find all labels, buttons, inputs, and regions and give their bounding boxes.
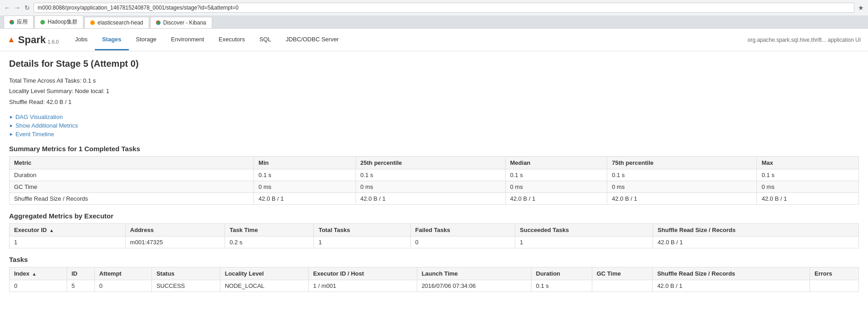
col-errors: Errors [810, 267, 859, 280]
browser-chrome: ← → ↻ ★ 应用 Hadoop集群 elasticsearch-head D… [0, 0, 868, 29]
nav-stages[interactable]: Stages [95, 30, 129, 50]
spark-logo: ▲ Spark 1.6.0 [7, 34, 59, 46]
browser-toolbar: ← → ↻ ★ [0, 0, 868, 15]
nav-storage[interactable]: Storage [129, 30, 164, 50]
tasks-table: Index ▲ ID Attempt Status Locality Level… [9, 267, 859, 292]
timeline-arrow-icon: ► [9, 132, 14, 137]
nav-environment[interactable]: Environment [164, 30, 211, 50]
summary-info: Total Time Across All Tasks: 0.1 s Local… [9, 75, 859, 107]
spark-fire-icon: ▲ [7, 35, 15, 44]
col-shuffle-read: Shuffle Read Size / Records [653, 224, 859, 237]
main-nav: Jobs Stages Storage Environment Executor… [68, 30, 346, 50]
summary-metrics-table: Metric Min 25th percentile Median 75th p… [9, 156, 859, 205]
tab-label-kibana: Discover - Kibana [163, 20, 206, 26]
col-median: Median [505, 157, 607, 169]
tasks-title: Tasks [9, 256, 859, 263]
event-timeline-link[interactable]: ► Event Timeline [9, 131, 859, 138]
col-75th: 75th percentile [607, 157, 757, 169]
table-row: 050SUCCESSNODE_LOCAL1 / m0012016/07/06 0… [10, 280, 859, 292]
locality-info: Locality Level Summary: Node local: 1 [9, 86, 859, 96]
shuffle-read-info: Shuffle Read: 42.0 B / 1 [9, 97, 859, 107]
tab-icon-app [10, 20, 14, 25]
total-time-info: Total Time Across All Tasks: 0.1 s [9, 75, 859, 86]
tab-hadoop[interactable]: Hadoop集群 [34, 15, 83, 28]
address-bar[interactable] [34, 3, 854, 13]
col-min: Min [254, 157, 356, 169]
col-metric: Metric [10, 157, 254, 169]
col-total-tasks: Total Tasks [314, 224, 410, 237]
spark-logo-text: Spark [18, 34, 46, 46]
table-row: Shuffle Read Size / Records42.0 B / 142.… [10, 193, 859, 205]
col-25th: 25th percentile [356, 157, 505, 169]
bookmark-button[interactable]: ★ [857, 4, 864, 11]
tab-app[interactable]: 应用 [4, 15, 34, 28]
main-content: Details for Stage 5 (Attempt 0) Total Ti… [0, 51, 868, 306]
additional-metrics-link[interactable]: ► Show Additional Metrics [9, 122, 859, 129]
spark-version: 1.6.0 [48, 39, 59, 44]
aggregated-metrics-table: Executor ID ▲ Address Task Time Total Ta… [9, 223, 859, 248]
forward-button[interactable]: → [14, 4, 21, 11]
tab-label-es: elasticsearch-head [98, 20, 143, 26]
col-status: Status [151, 267, 220, 280]
col-launch-time: Launch Time [417, 267, 531, 280]
page-title: Details for Stage 5 (Attempt 0) [9, 59, 859, 69]
col-shuffle-read-records: Shuffle Read Size / Records [653, 267, 810, 280]
dag-visualization-link[interactable]: ► DAG Visualization [9, 114, 859, 120]
timeline-link-label: Event Timeline [15, 131, 54, 138]
col-attempt: Attempt [94, 267, 151, 280]
tab-label-app: 应用 [17, 18, 28, 26]
col-address: Address [125, 224, 224, 237]
tab-label-hadoop: Hadoop集群 [48, 18, 78, 26]
tab-icon-es [90, 20, 95, 25]
col-executor-id[interactable]: Executor ID ▲ [10, 224, 126, 237]
tab-icon-hadoop [40, 20, 45, 25]
aggregated-metrics-title: Aggregated Metrics by Executor [9, 212, 859, 220]
metrics-link-label: Show Additional Metrics [15, 122, 78, 129]
col-duration: Duration [531, 267, 592, 280]
reload-button[interactable]: ↻ [24, 4, 31, 11]
tab-icon-kibana [156, 20, 161, 25]
col-id: ID [67, 267, 94, 280]
app-id: org.apache.spark.sql.hive.thrift... appl… [748, 37, 861, 43]
nav-jobs[interactable]: Jobs [68, 30, 94, 50]
tab-es[interactable]: elasticsearch-head [84, 17, 149, 28]
col-gc-time: GC Time [592, 267, 652, 280]
nav-sql[interactable]: SQL [252, 30, 278, 50]
col-executor-host: Executor ID / Host [308, 267, 417, 280]
back-button[interactable]: ← [4, 4, 11, 11]
links-section: ► DAG Visualization ► Show Additional Me… [9, 114, 859, 138]
col-task-time: Task Time [225, 224, 314, 237]
browser-tabs: 应用 Hadoop集群 elasticsearch-head Discover … [0, 15, 868, 28]
col-locality-level: Locality Level [220, 267, 308, 280]
table-row: 1m001:473250.2 s10142.0 B / 1 [10, 237, 859, 248]
nav-executors[interactable]: Executors [211, 30, 252, 50]
app-header: ▲ Spark 1.6.0 Jobs Stages Storage Enviro… [0, 29, 868, 51]
nav-jdbc[interactable]: JDBC/ODBC Server [278, 30, 346, 50]
col-index[interactable]: Index ▲ [10, 267, 67, 280]
col-max: Max [757, 157, 859, 169]
dag-arrow-icon: ► [9, 114, 14, 119]
tab-kibana[interactable]: Discover - Kibana [150, 17, 212, 28]
table-row: Duration0.1 s0.1 s0.1 s0.1 s0.1 s [10, 169, 859, 181]
table-row: GC Time0 ms0 ms0 ms0 ms0 ms [10, 181, 859, 193]
col-succeeded-tasks: Succeeded Tasks [515, 224, 653, 237]
col-failed-tasks: Failed Tasks [410, 224, 515, 237]
metrics-arrow-icon: ► [9, 123, 14, 128]
summary-metrics-title: Summary Metrics for 1 Completed Tasks [9, 145, 859, 153]
dag-link-label: DAG Visualization [15, 114, 63, 120]
